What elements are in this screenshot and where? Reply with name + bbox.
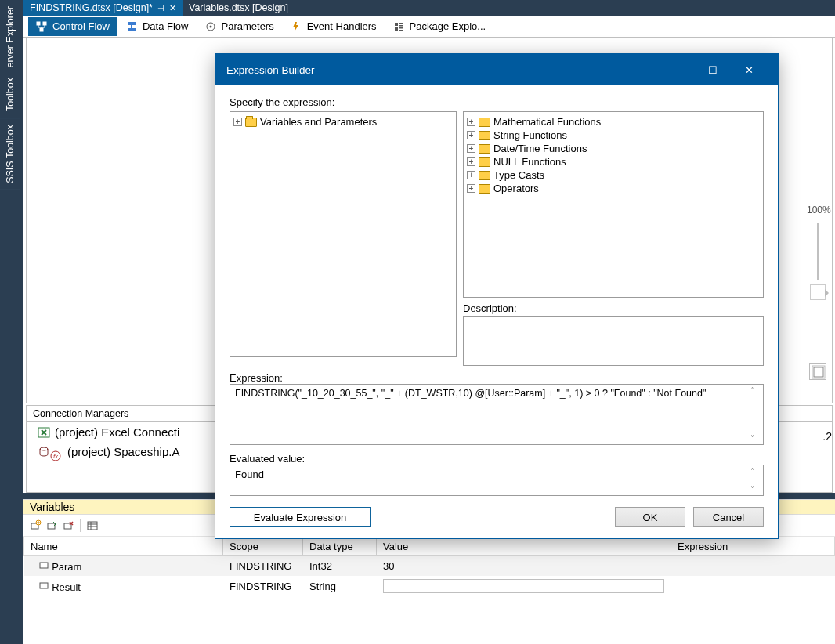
left-rail: erver Explorer Toolbox SSIS Toolbox <box>0 0 23 644</box>
variables-tree[interactable]: + Variables and Parameters <box>230 111 457 357</box>
evaluate-button[interactable]: Evaluate Expression <box>230 507 371 527</box>
tree-label: Variables and Parameters <box>260 116 377 128</box>
oledb-icon <box>38 446 50 458</box>
rail-tab-ssis-toolbox[interactable]: SSIS Toolbox <box>0 118 20 190</box>
expand-icon[interactable]: + <box>467 118 475 126</box>
var-icon <box>31 561 49 573</box>
tree-label: Type Casts <box>493 169 544 181</box>
tree-node-datetime[interactable]: + Date/Time Functions <box>467 142 760 155</box>
delete-variable-button[interactable] <box>61 519 75 533</box>
tree-node-string[interactable]: + String Functions <box>467 128 760 142</box>
dialog-titlebar[interactable]: Expression Builder — ☐ ✕ <box>215 54 778 85</box>
grid-options-button[interactable] <box>85 519 99 533</box>
tree-panes: + Variables and Parameters + Mathematica… <box>230 111 764 366</box>
package-explorer-icon <box>392 20 405 33</box>
tree-node-variables[interactable]: + Variables and Parameters <box>233 115 453 128</box>
close-icon[interactable]: ✕ <box>169 3 176 13</box>
tree-node-typecasts[interactable]: + Type Casts <box>467 168 760 182</box>
truncated-text: .2 <box>822 430 832 443</box>
zoom-track[interactable] <box>817 223 819 280</box>
add-variable-button[interactable] <box>28 519 42 533</box>
svg-rect-10 <box>395 27 398 31</box>
cell-scope: FINDSTRING <box>223 576 303 596</box>
functions-tree[interactable]: + Mathematical Functions + String Functi… <box>463 111 764 298</box>
nav-parameters[interactable]: Parameters <box>197 17 281 36</box>
ok-button[interactable]: OK <box>615 507 685 527</box>
expand-icon[interactable]: + <box>233 118 242 126</box>
expand-icon[interactable]: + <box>467 157 475 166</box>
data-flow-icon <box>125 20 138 33</box>
svg-rect-0 <box>37 22 40 25</box>
nav-label: Event Handlers <box>307 20 377 32</box>
svg-rect-1 <box>43 22 46 25</box>
expression-textarea[interactable]: FINDSTRING("_10_20_30_55_", "_" + (DT_WS… <box>230 384 764 445</box>
svg-rect-25 <box>40 583 48 588</box>
zoom-fit-button[interactable] <box>809 363 826 380</box>
col-scope[interactable]: Scope <box>223 537 303 556</box>
svg-rect-23 <box>88 522 97 530</box>
dialog-buttons: Evaluate Expression OK Cancel <box>230 507 764 527</box>
pin-icon[interactable]: ⊣ <box>157 4 164 13</box>
tree-label: Date/Time Functions <box>493 143 587 154</box>
nav-event-handlers[interactable]: Event Handlers <box>283 17 384 36</box>
event-handlers-icon <box>290 20 302 33</box>
tree-label: Mathematical Functions <box>493 116 601 128</box>
cell-name: Param <box>52 561 81 573</box>
tree-label: Operators <box>493 183 539 194</box>
grid-header-row: Name Scope Data type Value Expression <box>24 537 835 556</box>
cell-datatype: Int32 <box>303 556 377 577</box>
tab-variables[interactable]: Variables.dtsx [Design] <box>183 0 295 16</box>
tab-findstring[interactable]: FINDSTRING.dtsx [Design]* ⊣ ✕ <box>23 0 183 16</box>
nav-control-flow[interactable]: Control Flow <box>28 17 117 36</box>
nav-data-flow[interactable]: Data Flow <box>118 17 196 36</box>
var-icon <box>31 581 49 593</box>
tree-label: NULL Functions <box>493 156 566 168</box>
folder-icon <box>479 118 490 127</box>
scroll-indicator[interactable]: ˄˅ <box>750 386 761 443</box>
cancel-button[interactable]: Cancel <box>693 507 764 527</box>
tree-node-null[interactable]: + NULL Functions <box>467 155 760 168</box>
col-value[interactable]: Value <box>377 537 671 556</box>
rail-tab-toolbox[interactable]: Toolbox <box>0 71 20 118</box>
nav-label: Data Flow <box>143 20 189 32</box>
value-editor[interactable] <box>383 579 664 593</box>
col-expression[interactable]: Expression <box>671 537 835 556</box>
variable-row[interactable]: Param FINDSTRING Int32 30 <box>24 556 835 577</box>
description-box <box>463 316 764 366</box>
cell-expression[interactable] <box>671 556 835 577</box>
cell-value[interactable]: 30 <box>377 556 671 577</box>
svg-rect-7 <box>395 23 398 26</box>
expand-icon[interactable]: + <box>467 171 475 179</box>
scroll-indicator[interactable]: ˄˅ <box>750 467 761 494</box>
zoom-percent: 100% <box>807 204 829 215</box>
folder-icon <box>479 184 490 194</box>
evaluated-value: Found <box>235 469 264 480</box>
close-button[interactable]: ✕ <box>731 64 767 76</box>
rail-tab-server-explorer[interactable]: erver Explorer <box>0 0 20 71</box>
zoom-thumb[interactable] <box>810 284 826 300</box>
svg-rect-9 <box>399 25 403 27</box>
move-variable-button[interactable] <box>45 519 59 533</box>
tree-node-math[interactable]: + Mathematical Functions <box>467 115 760 128</box>
svg-rect-3 <box>128 22 136 25</box>
col-datatype[interactable]: Data type <box>303 537 377 556</box>
expand-icon[interactable]: + <box>467 144 475 153</box>
folder-icon <box>479 144 490 154</box>
evaluated-label: Evaluated value: <box>230 453 764 465</box>
nav-package-explorer[interactable]: Package Explo... <box>385 17 493 36</box>
tree-node-operators[interactable]: + Operators <box>467 182 760 195</box>
expand-icon[interactable]: + <box>467 184 475 193</box>
maximize-button[interactable]: ☐ <box>695 64 731 76</box>
svg-rect-24 <box>40 563 48 568</box>
folder-icon <box>479 157 490 167</box>
cell-scope: FINDSTRING <box>223 556 303 577</box>
evaluated-box: Found ˄˅ <box>230 465 764 496</box>
expand-icon[interactable]: + <box>467 131 475 139</box>
col-name[interactable]: Name <box>24 537 223 556</box>
variable-row[interactable]: Result FINDSTRING String <box>24 576 835 596</box>
tree-label: String Functions <box>493 129 567 141</box>
cell-name: Result <box>52 581 81 593</box>
cell-value[interactable] <box>377 576 671 596</box>
cell-expression[interactable] <box>671 576 835 596</box>
minimize-button[interactable]: — <box>659 64 695 76</box>
